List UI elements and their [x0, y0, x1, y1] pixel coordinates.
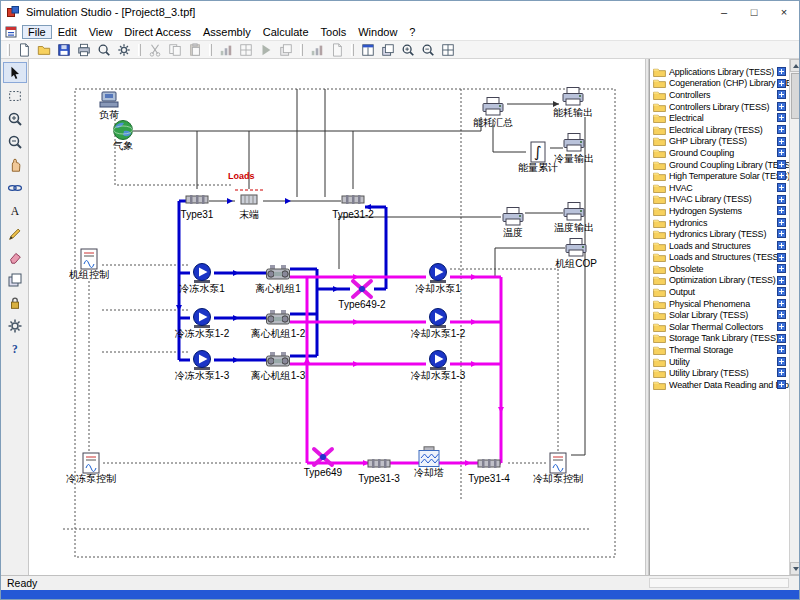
open-button[interactable]: [34, 42, 54, 58]
component-unit-cop[interactable]: 机组COP: [563, 237, 589, 259]
direct-access-icon[interactable]: [777, 334, 786, 343]
help-button[interactable]: ?: [3, 338, 27, 359]
options-button[interactable]: [3, 315, 27, 336]
direct-access-icon[interactable]: [777, 299, 786, 308]
marquee-button[interactable]: [3, 85, 27, 106]
palette-scrollbar[interactable]: [789, 59, 800, 575]
new-button[interactable]: [14, 42, 34, 58]
direct-access-icon[interactable]: [777, 357, 786, 366]
menu-edit[interactable]: Edit: [52, 25, 83, 39]
component-unit-control[interactable]: 机组控制: [76, 248, 102, 270]
menu-file[interactable]: File: [22, 25, 52, 39]
zoom-out-button[interactable]: [418, 42, 438, 58]
lock-button[interactable]: [3, 292, 27, 313]
palette-item-ground-coupling[interactable]: Ground Coupling: [650, 147, 789, 159]
cascade-windows-button[interactable]: [378, 42, 398, 58]
palette-item-hvac-library-tess[interactable]: HVAC Library (TESS): [650, 194, 789, 206]
scroll-down-button[interactable]: [790, 562, 800, 575]
palette-item-ground-coupling-library-tess[interactable]: Ground Coupling Library (TESS): [650, 159, 789, 171]
component-moduan[interactable]: 末端: [236, 188, 262, 210]
component-chw-pump-control[interactable]: 冷冻泵控制: [78, 452, 104, 474]
text-button[interactable]: A: [3, 200, 27, 221]
direct-access-icon[interactable]: [777, 380, 786, 389]
fit-view-button[interactable]: [438, 42, 458, 58]
report-button[interactable]: [327, 42, 347, 58]
component-type31-4[interactable]: Type31-4: [476, 452, 502, 474]
component-energy-summary[interactable]: 能耗汇总: [480, 96, 506, 118]
maximize-button[interactable]: □: [739, 1, 769, 23]
component-cw-pump-3[interactable]: 冷却水泵1-3: [425, 349, 451, 371]
direct-access-icon[interactable]: [777, 79, 786, 88]
menu-direct-access[interactable]: Direct Access: [118, 25, 197, 39]
direct-access-icon[interactable]: [777, 171, 786, 180]
component-temperature[interactable]: 温度: [500, 206, 526, 228]
run-button[interactable]: [256, 42, 276, 58]
minimize-button[interactable]: –: [709, 1, 739, 23]
palette-item-electrical-library-tess[interactable]: Electrical Library (TESS): [650, 124, 789, 136]
component-type31-2[interactable]: Type31-2: [340, 188, 366, 210]
component-type649-2[interactable]: Type649-2: [349, 278, 375, 300]
direct-access-icon[interactable]: [777, 195, 786, 204]
zoom-out-button[interactable]: [3, 131, 27, 152]
direct-access-icon[interactable]: [777, 148, 786, 157]
palette-item-high-temperature-solar-tess[interactable]: High Temperature Solar (TESS): [650, 170, 789, 182]
component-type31[interactable]: Type31: [184, 188, 210, 210]
direct-access-icon[interactable]: [777, 113, 786, 122]
palette-item-utility[interactable]: Utility: [650, 356, 789, 368]
direct-access-icon[interactable]: [777, 67, 786, 76]
component-cw-pump-1[interactable]: 冷却水泵1: [425, 262, 451, 284]
palette-item-hydronics-library-tess[interactable]: Hydronics Library (TESS): [650, 228, 789, 240]
direct-access-icon[interactable]: [777, 137, 786, 146]
direct-access-icon[interactable]: [777, 229, 786, 238]
direct-access-icon[interactable]: [777, 183, 786, 192]
palette-item-loads-and-structures[interactable]: Loads and Structures: [650, 240, 789, 252]
palette-item-solar-library-tess[interactable]: Solar Library (TESS): [650, 309, 789, 321]
component-energy-output[interactable]: 能耗输出: [560, 86, 586, 108]
scroll-up-button[interactable]: [790, 59, 800, 72]
print-button[interactable]: [74, 42, 94, 58]
menu-tools[interactable]: Tools: [315, 25, 353, 39]
palette-item-utility-library-tess[interactable]: Utility Library (TESS): [650, 367, 789, 379]
save-button[interactable]: [54, 42, 74, 58]
direct-access-icon[interactable]: [777, 322, 786, 331]
palette-item-physical-phenomena[interactable]: Physical Phenomena: [650, 298, 789, 310]
stop-button[interactable]: [276, 42, 296, 58]
direct-access-icon[interactable]: [777, 310, 786, 319]
component-chw-pump-3[interactable]: 冷冻水泵1-3: [189, 349, 215, 371]
trace-button[interactable]: [236, 42, 256, 58]
component-type31-3[interactable]: Type31-3: [366, 452, 392, 474]
component-load[interactable]: 负荷: [96, 88, 122, 110]
palette-item-applications-library-tess[interactable]: Applications Library (TESS): [650, 66, 789, 78]
zoom-in-button[interactable]: [3, 108, 27, 129]
palette-item-controllers[interactable]: Controllers: [650, 89, 789, 101]
direct-access-icon[interactable]: [777, 241, 786, 250]
menu-assembly[interactable]: Assembly: [197, 25, 257, 39]
direct-access-icon[interactable]: [777, 368, 786, 377]
select-button[interactable]: [3, 62, 27, 83]
zoom-in-button[interactable]: [398, 42, 418, 58]
palette-item-electrical[interactable]: Electrical: [650, 112, 789, 124]
direct-access-icon[interactable]: [777, 218, 786, 227]
palette-item-thermal-storage[interactable]: Thermal Storage: [650, 344, 789, 356]
palette-item-solar-thermal-collectors[interactable]: Solar Thermal Collectors: [650, 321, 789, 333]
paste-button[interactable]: [185, 42, 205, 58]
direct-access-icon[interactable]: [777, 276, 786, 285]
component-cw-pump-2[interactable]: 冷却水泵1-2: [425, 307, 451, 329]
palette-item-ghp-library-tess[interactable]: GHP Library (TESS): [650, 136, 789, 148]
palette-item-loads-and-structures-tess[interactable]: Loads and Structures (TESS): [650, 252, 789, 264]
component-chiller-1[interactable]: 离心机组1: [265, 262, 291, 284]
mdi-child-icon[interactable]: [5, 26, 18, 38]
direct-access-icon[interactable]: [777, 160, 786, 169]
erase-button[interactable]: [3, 246, 27, 267]
palette-item-hydronics[interactable]: Hydronics: [650, 217, 789, 229]
direct-access-icon[interactable]: [777, 287, 786, 296]
menu-item[interactable]: ?: [403, 25, 421, 39]
cut-button[interactable]: [145, 42, 165, 58]
component-chiller-3[interactable]: 离心机组1-3: [265, 349, 291, 371]
component-temperature-output[interactable]: 温度输出: [561, 201, 587, 223]
layers-button[interactable]: [3, 269, 27, 290]
palette-item-optimization-library-tess[interactable]: Optimization Library (TESS): [650, 275, 789, 287]
close-button[interactable]: ×: [769, 1, 799, 23]
palette-item-hvac[interactable]: HVAC: [650, 182, 789, 194]
menu-view[interactable]: View: [83, 25, 119, 39]
